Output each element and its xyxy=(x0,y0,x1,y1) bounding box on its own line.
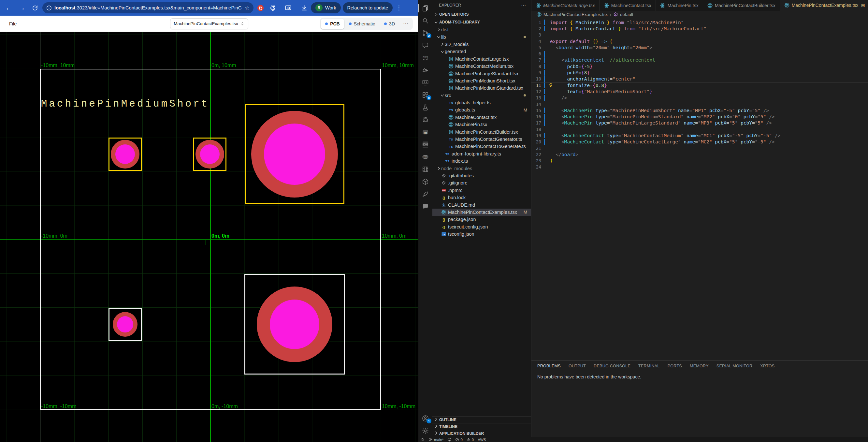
code-line-11[interactable]: 11 fontSize={0.8} xyxy=(531,82,868,88)
tree-file-MachinePinContactGenerator.ts[interactable]: TSMachinePinContactGenerator.ts xyxy=(432,136,531,143)
panel-tab-xrtos[interactable]: XRTOS xyxy=(760,360,774,372)
activity-feather[interactable] xyxy=(418,188,432,200)
tree-folder-generated[interactable]: generated xyxy=(432,48,531,55)
tree-file-index.ts[interactable]: TSindex.ts xyxy=(432,157,531,165)
browser-menu-icon[interactable]: ⋮ xyxy=(395,4,403,11)
code-line-24[interactable]: 24 xyxy=(531,164,868,170)
code-line-4[interactable]: 4export default () => ( xyxy=(531,38,868,44)
pad-hole-MC2[interactable] xyxy=(270,300,319,349)
activity-remote-explorer[interactable] xyxy=(418,76,432,89)
tree-file-MachineContactMedium.tsx[interactable]: MachineContactMedium.tsx xyxy=(432,63,531,70)
tree-file-CLAUDE.md[interactable]: CLAUDE.md xyxy=(432,201,531,208)
reload-button[interactable] xyxy=(29,2,40,13)
code-line-19[interactable]: 19 <MachineContact type="MachineContactM… xyxy=(531,132,868,139)
sidebar-section-outline[interactable]: OUTLINE xyxy=(432,416,531,423)
activity-aws[interactable]: aws xyxy=(418,52,432,64)
activity-chat-sparkle[interactable] xyxy=(418,39,432,52)
activity-test-beaker[interactable] xyxy=(418,101,432,113)
pad-hole-MP2[interactable] xyxy=(200,144,220,164)
pcb-canvas[interactable]: -10mm, 10mm0m, 10mm10mm, 10mm-10mm, 0m0m… xyxy=(0,32,418,442)
tree-file-tsconfig.json[interactable]: TStsconfig.json xyxy=(432,231,531,238)
activity-settings-gear[interactable] xyxy=(418,424,432,437)
editor-tab-MachinePin.tsx[interactable]: MachinePin.tsx xyxy=(656,0,703,11)
code-line-10[interactable]: 10 anchorAlignment="center" xyxy=(531,76,868,82)
lightbulb-icon[interactable] xyxy=(548,83,553,88)
tree-file-MachinePinContactBuilder.tsx[interactable]: MachinePinContactBuilder.tsx xyxy=(432,128,531,135)
view-tab-schematic[interactable]: Schematic xyxy=(345,19,379,29)
tree-file-MachinePinContactExamples.tsx[interactable]: MachinePinContactExamples.tsxM xyxy=(432,209,531,216)
tree-file-globals_helper.ts[interactable]: TSglobals_helper.ts xyxy=(432,99,531,106)
activity-json-badge[interactable]: Json xyxy=(418,151,432,163)
forward-button[interactable]: → xyxy=(16,2,27,13)
activity-robot[interactable] xyxy=(418,113,432,126)
tree-file-bun.lock[interactable]: {}bun.lock xyxy=(432,194,531,201)
status-item-error-circ[interactable]: 0 xyxy=(455,438,462,442)
explorer-more-icon[interactable]: ⋯ xyxy=(521,2,526,8)
code-line-3[interactable]: 3 xyxy=(531,32,868,38)
tree-file-MachinePin.tsx[interactable]: MachinePin.tsx xyxy=(432,121,531,128)
status-item-aws[interactable]: AWS xyxy=(478,438,486,442)
status-item-warn-tri[interactable]: 0 xyxy=(467,438,474,442)
status-item-remote-x[interactable] xyxy=(421,438,425,442)
extensions-puzzle-icon[interactable] xyxy=(267,3,277,13)
code-line-2[interactable]: 2import { MachineContact } from "lib/src… xyxy=(531,25,868,32)
activity-extensions[interactable]: 8 xyxy=(418,89,432,101)
site-info-icon[interactable] xyxy=(46,5,52,11)
tree-file-MachineContact.tsx[interactable]: MachineContact.tsx xyxy=(432,114,531,121)
file-menu[interactable]: File xyxy=(9,21,17,26)
downloads-icon[interactable] xyxy=(299,3,309,13)
code-line-13[interactable]: 13 /> xyxy=(531,95,868,101)
tree-file-MachinePinLargeStandard.tsx[interactable]: MachinePinLargeStandard.tsx xyxy=(432,70,531,77)
code-line-21[interactable]: 21 xyxy=(531,145,868,151)
editor-tab-MachineContact.tsx[interactable]: MachineContact.tsx xyxy=(599,0,656,11)
breadcrumb-file[interactable]: MachinePinContactExamples.tsx xyxy=(544,12,608,17)
tree-folder-node_modules[interactable]: node_modules xyxy=(432,165,531,172)
code-line-5[interactable]: 5 <board width="20mm" height="20mm"> xyxy=(531,44,868,51)
tree-file-adom-footprint-library.ts[interactable]: TSadom-footprint-library.ts xyxy=(432,150,531,157)
pad-hole-MP3[interactable] xyxy=(264,123,325,185)
bookmark-star-icon[interactable]: ☆ xyxy=(245,5,250,11)
panel-tab-output[interactable]: OUTPUT xyxy=(568,360,586,372)
editor-tab-MachineContactLarge.tsx[interactable]: MachineContactLarge.tsx xyxy=(531,0,599,11)
activity-chat-bubble[interactable] xyxy=(418,200,432,212)
profile-button[interactable]: R Work xyxy=(311,2,341,13)
code-line-22[interactable]: 22 </board> xyxy=(531,151,868,157)
code-line-8[interactable]: 8 pcbX={-5} xyxy=(531,63,868,69)
panel-tab-problems[interactable]: PROBLEMS xyxy=(537,360,561,372)
panel-tab-serial-monitor[interactable]: SERIAL MONITOR xyxy=(716,360,752,372)
activity-package-3d[interactable] xyxy=(418,175,432,188)
tree-file-globals.ts[interactable]: TSglobals.tsM xyxy=(432,106,531,113)
code-line-17[interactable]: 17 <MachinePin type="MachinePinLargeStan… xyxy=(531,120,868,126)
panel-tab-terminal[interactable]: TERMINAL xyxy=(638,360,660,372)
project-root-section[interactable]: ADOM-TSCI-LIBRARY xyxy=(432,18,531,26)
status-item-cloud-sync[interactable] xyxy=(447,438,451,442)
relaunch-to-update-button[interactable]: Relaunch to update xyxy=(343,2,393,13)
tree-folder-lib[interactable]: lib xyxy=(432,33,531,40)
panel-tab-memory[interactable]: MEMORY xyxy=(690,360,709,372)
activity-debug[interactable] xyxy=(418,64,432,76)
code-line-20[interactable]: 20 <MachineContact type="MachineContactL… xyxy=(531,139,868,145)
pad-hole-MC1[interactable] xyxy=(117,316,133,332)
file-select-dropdown[interactable]: MachinePinContactExamples.tsx xyxy=(170,18,248,29)
screen-search-icon[interactable] xyxy=(283,3,293,13)
code-line-7[interactable]: 7 <silkscreentext //silkscreentext xyxy=(531,57,868,63)
code-line-16[interactable]: 16 <MachinePin type="MachinePinMediumSta… xyxy=(531,113,868,120)
activity-m-logo[interactable]: m xyxy=(418,126,432,138)
address-bar[interactable]: localhost:3023/#file=MachinePinContactEx… xyxy=(42,2,253,13)
tree-folder-3D_Models[interactable]: 3D_Models xyxy=(432,41,531,48)
code-line-15[interactable]: 15 <MachinePin type="MachinePinMediumSho… xyxy=(531,107,868,113)
status-item-branch[interactable]: main* xyxy=(429,438,443,442)
code-line-12[interactable]: 12 text={"MachinePinMediumShort"} xyxy=(531,88,868,94)
pad-hole-MP1[interactable] xyxy=(115,144,135,164)
code-line-23[interactable]: 23) xyxy=(531,158,868,164)
editor-tab-MachinePinContactExamples.tsx[interactable]: MachinePinContactExamples.tsxM✕ xyxy=(780,0,868,11)
content-blocker-icon[interactable] xyxy=(255,3,265,13)
code-line-6[interactable]: 6 xyxy=(531,51,868,57)
activity-source-control[interactable]: 2 xyxy=(418,27,432,39)
panel-tab-debug-console[interactable]: DEBUG CONSOLE xyxy=(594,360,630,372)
activity-explorer[interactable] xyxy=(418,2,432,14)
code-line-14[interactable]: 14 xyxy=(531,101,868,107)
editor-tab-MachinePinContactBuilder.tsx[interactable]: MachinePinContactBuilder.tsx xyxy=(703,0,780,11)
tree-file-MachineContactLarge.tsx[interactable]: MachineContactLarge.tsx xyxy=(432,55,531,63)
sidebar-section-application-builder[interactable]: APPLICATION BUILDER xyxy=(432,430,531,437)
